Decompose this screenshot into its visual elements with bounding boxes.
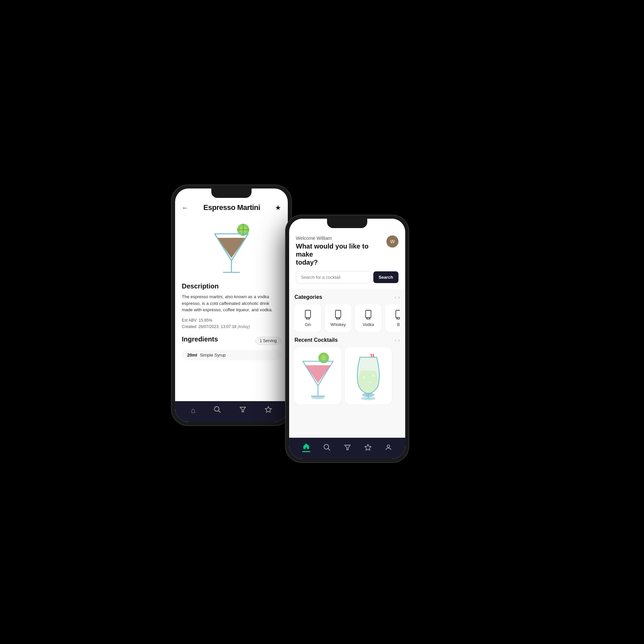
vodka-glass-icon — [364, 309, 373, 320]
home-screen: Welcome William What would you like to m… — [289, 219, 405, 459]
category-whiskey[interactable]: Whiskey — [325, 304, 352, 332]
search-button[interactable]: Search — [373, 271, 398, 283]
welcome-text: Welcome William — [296, 235, 386, 241]
other-glass-icon — [394, 309, 400, 320]
created-text: Created: 26/07/2023, 13:07:18 (today) — [182, 324, 281, 330]
categories-next-arrow[interactable]: › — [398, 294, 400, 300]
svg-point-36 — [373, 375, 374, 377]
svg-point-40 — [324, 444, 329, 449]
phone-detail: ← Espresso Martini ★ — [171, 184, 292, 426]
cocktail-image-area — [175, 215, 288, 282]
svg-rect-22 — [396, 310, 400, 318]
svg-marker-43 — [365, 444, 371, 450]
ingredient-name: Simple Syrup — [200, 353, 226, 358]
nav-profile-home[interactable] — [385, 444, 392, 451]
recent-header: Recent Cocktails ‹ › — [294, 337, 400, 343]
description-title: Description — [182, 282, 281, 290]
category-other[interactable]: B — [385, 304, 400, 332]
svg-point-39 — [361, 397, 376, 400]
home-top-row: Welcome William What would you like to m… — [296, 235, 398, 271]
bottom-nav-home — [289, 438, 405, 459]
favorite-button[interactable]: ★ — [275, 204, 281, 212]
search-row: Search — [296, 271, 398, 283]
notch-back — [211, 189, 252, 198]
back-button[interactable]: ← — [182, 204, 189, 212]
svg-marker-42 — [345, 445, 350, 450]
svg-line-41 — [328, 448, 330, 450]
categories-nav-arrows: ‹ › — [395, 294, 400, 300]
categories-label: Categories — [294, 294, 322, 300]
scene: ← Espresso Martini ★ — [171, 171, 473, 473]
nav-search-icon[interactable] — [214, 406, 221, 415]
category-vodka-label: Vodka — [363, 322, 374, 327]
recent-next-arrow[interactable]: › — [398, 337, 400, 343]
nav-star-home[interactable] — [364, 444, 372, 451]
recent-label: Recent Cocktails — [294, 337, 338, 343]
home-header: Welcome William What would you like to m… — [289, 219, 405, 289]
svg-point-30 — [311, 396, 325, 399]
categories-row: Gin Whiskey — [294, 304, 400, 332]
category-whiskey-label: Whiskey — [330, 322, 345, 327]
svg-line-7 — [218, 411, 220, 413]
serving-select[interactable]: 1 Serving — [255, 337, 281, 345]
category-gin[interactable]: Gin — [294, 304, 321, 332]
svg-marker-8 — [240, 407, 246, 412]
hurricane-glass-icon — [352, 351, 385, 401]
bottom-nav-detail: ⌂ — [175, 401, 288, 422]
svg-point-35 — [369, 382, 371, 383]
svg-point-27 — [321, 355, 326, 361]
abv-text: Est ABV: 15.65% — [182, 317, 281, 324]
search-input[interactable] — [296, 271, 371, 283]
whiskey-glass-icon — [333, 309, 343, 320]
categories-prev-arrow[interactable]: ‹ — [395, 294, 396, 300]
nav-favorites-icon[interactable] — [265, 406, 272, 415]
svg-rect-14 — [335, 310, 341, 318]
nav-search-home[interactable] — [323, 444, 331, 451]
active-indicator — [302, 451, 310, 452]
recent-prev-arrow[interactable]: ‹ — [395, 337, 396, 343]
ingredients-title: Ingredients — [182, 335, 218, 343]
nav-filter-home[interactable] — [344, 444, 351, 451]
category-other-label: B — [397, 322, 400, 327]
avatar[interactable]: W — [386, 235, 398, 248]
cocktail-title: Espresso Martini — [203, 203, 260, 212]
svg-rect-18 — [366, 310, 371, 318]
phone-home: Welcome William What would you like to m… — [285, 215, 409, 463]
ingredient-item: 20ml Simple Syrup — [182, 350, 281, 360]
category-gin-label: Gin — [305, 322, 311, 327]
cocktail-card-hurricane[interactable] — [345, 347, 392, 404]
detail-body: Description The espresso martini, also k… — [175, 282, 288, 401]
cocktail-card-cosmo[interactable] — [294, 347, 341, 404]
martini-glass-icon — [210, 220, 253, 277]
svg-point-6 — [214, 407, 219, 411]
notch-front — [327, 219, 367, 228]
categories-header: Categories ‹ › — [294, 294, 400, 300]
ingredient-amount: 20ml — [187, 353, 197, 358]
header-text: Welcome William What would you like to m… — [296, 235, 386, 271]
home-body: Categories ‹ › — [289, 289, 405, 438]
svg-marker-9 — [265, 407, 271, 412]
detail-screen: ← Espresso Martini ★ — [175, 189, 288, 422]
category-vodka[interactable]: Vodka — [355, 304, 382, 332]
nav-home-active[interactable] — [302, 442, 310, 452]
nav-filter-icon[interactable] — [239, 406, 247, 415]
svg-point-44 — [387, 445, 389, 447]
svg-rect-10 — [305, 310, 311, 318]
cosmo-glass-icon — [300, 351, 336, 401]
ingredients-header: Ingredients 1 Serving — [182, 335, 281, 346]
gin-glass-icon — [303, 309, 313, 320]
recent-nav-arrows: ‹ › — [395, 337, 400, 343]
nav-home-icon[interactable]: ⌂ — [191, 406, 195, 415]
svg-point-34 — [363, 376, 365, 378]
recent-row — [294, 347, 400, 404]
main-heading: What would you like to make today? — [296, 242, 386, 266]
description-body: The espresso martini, also known as a vo… — [182, 293, 281, 313]
